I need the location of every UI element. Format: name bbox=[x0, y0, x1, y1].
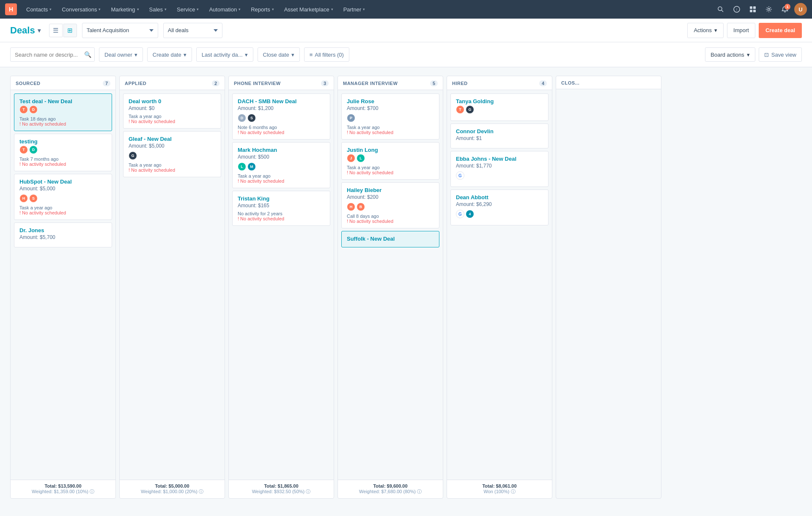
column-header: HIRED4 bbox=[447, 76, 552, 90]
warning-icon: ! bbox=[129, 119, 130, 124]
card-title[interactable]: HubSpot - New Deal bbox=[19, 178, 107, 185]
card-title[interactable]: Justin Long bbox=[347, 147, 434, 153]
column-weighted: Weighted: $1,359.00 (10%) ⓘ bbox=[16, 489, 110, 495]
card-title[interactable]: Tristan King bbox=[238, 195, 325, 202]
board-view-button[interactable]: ⊞ bbox=[63, 24, 77, 37]
deal-card[interactable]: Deal worth 0Amount: $0Task a year ago! N… bbox=[123, 93, 221, 129]
deal-card[interactable]: Tanya GoldingTG bbox=[450, 93, 549, 121]
chevron-down-icon: ▾ bbox=[165, 7, 167, 11]
svg-rect-7 bbox=[753, 10, 756, 12]
info-icon[interactable]: ⓘ bbox=[90, 489, 94, 494]
card-title[interactable]: Tanya Golding bbox=[456, 98, 543, 104]
notifications-button[interactable]: 1 bbox=[778, 3, 792, 16]
card-title[interactable]: Dean Abbott bbox=[456, 194, 543, 200]
list-view-button[interactable]: ☰ bbox=[49, 24, 63, 37]
nav-contacts[interactable]: Contacts ▾ bbox=[22, 5, 56, 14]
card-title[interactable]: Ebba Johns - New Deal bbox=[456, 156, 543, 162]
card-title[interactable]: Mark Hochman bbox=[238, 147, 325, 153]
last-activity-filter[interactable]: Last activity da... ▾ bbox=[196, 47, 253, 62]
card-title[interactable]: Hailey Bieber bbox=[347, 187, 434, 193]
column-title: SOURCED bbox=[16, 81, 41, 86]
deal-card[interactable]: Gleaf - New DealAmount: $5,000GTask a ye… bbox=[123, 131, 221, 177]
svg-point-8 bbox=[768, 8, 770, 11]
column-header: CLOS... bbox=[556, 76, 661, 89]
avatar: T bbox=[19, 145, 28, 154]
card-title[interactable]: Suffolk - New Deal bbox=[347, 236, 434, 242]
column-footer: Total: $13,590.00 Weighted: $1,359.00 (1… bbox=[11, 480, 115, 498]
card-title[interactable]: Dr. Jones bbox=[19, 227, 107, 233]
marketplace-button[interactable] bbox=[746, 3, 760, 16]
column-count: 7 bbox=[103, 80, 110, 86]
deal-card[interactable]: HubSpot - New DealAmount: $5,000HSTask a… bbox=[14, 174, 112, 220]
deal-card[interactable]: Dean AbbottAmount: $6,290G4 bbox=[450, 189, 549, 225]
nav-sales[interactable]: Sales ▾ bbox=[145, 5, 171, 14]
deal-card[interactable]: testingTDTask 7 months ago! No activity … bbox=[14, 134, 112, 171]
create-deal-button[interactable]: Create deal bbox=[759, 23, 802, 38]
deal-card[interactable]: Tristan KingAmount: $165No activity for … bbox=[232, 191, 330, 226]
search-icon: 🔍 bbox=[84, 51, 91, 58]
card-title[interactable]: Test deal - New Deal bbox=[19, 98, 107, 104]
info-icon[interactable]: ⓘ bbox=[199, 489, 203, 494]
card-title[interactable]: Deal worth 0 bbox=[129, 98, 216, 104]
nav-conversations[interactable]: Conversations ▾ bbox=[58, 5, 105, 14]
create-date-filter[interactable]: Create date ▾ bbox=[147, 47, 192, 62]
card-meta: Task 7 months ago bbox=[19, 156, 107, 162]
deal-card[interactable]: Justin LongJLTask a year ago! No activit… bbox=[341, 142, 439, 180]
upgrade-button[interactable]: ↑ bbox=[730, 3, 743, 16]
board-actions-button[interactable]: Board actions ▾ bbox=[705, 47, 755, 62]
filter-select[interactable]: All deals bbox=[163, 23, 222, 38]
avatar: D bbox=[238, 114, 246, 122]
chevron-down-icon: ▾ bbox=[137, 7, 139, 11]
card-title[interactable]: Julie Rose bbox=[347, 98, 434, 104]
warning-icon: ! bbox=[347, 219, 348, 224]
avatar: H bbox=[19, 194, 28, 203]
page-title[interactable]: Deals ▾ bbox=[10, 25, 41, 36]
save-view-button[interactable]: ⊡ Save view bbox=[759, 47, 802, 62]
nav-partner[interactable]: Partner ▾ bbox=[339, 5, 370, 14]
nav-reports[interactable]: Reports ▾ bbox=[247, 5, 278, 14]
avatar: T bbox=[19, 105, 28, 114]
deal-card[interactable]: Mark HochmanAmount: $500LMTask a year ag… bbox=[232, 142, 330, 188]
nav-service[interactable]: Service ▾ bbox=[173, 5, 203, 14]
search-input[interactable] bbox=[10, 47, 95, 62]
nav-marketing[interactable]: Marketing ▾ bbox=[107, 5, 143, 14]
chevron-down-icon: ▾ bbox=[747, 52, 750, 58]
card-title[interactable]: DACH - SMB New Deal bbox=[238, 98, 325, 104]
card-title[interactable]: Connor Devlin bbox=[456, 128, 543, 134]
import-button[interactable]: Import bbox=[727, 23, 755, 38]
deal-owner-filter[interactable]: Deal owner ▾ bbox=[99, 47, 143, 62]
deal-card[interactable]: Hailey BieberAmount: $200HBCall 8 days a… bbox=[341, 182, 439, 228]
all-filters-button[interactable]: ≡ All filters (0) bbox=[304, 47, 349, 62]
deal-card[interactable]: Suffolk - New Deal bbox=[341, 231, 439, 247]
settings-button[interactable] bbox=[762, 3, 776, 16]
card-amount: Amount: $5,000 bbox=[129, 143, 216, 149]
card-title[interactable]: testing bbox=[19, 138, 107, 145]
deal-card[interactable]: Test deal - New DealTDTask 18 days ago! … bbox=[14, 93, 112, 131]
nav-automation[interactable]: Automation ▾ bbox=[205, 5, 245, 14]
page-title-chevron: ▾ bbox=[38, 27, 41, 34]
close-date-filter[interactable]: Close date ▾ bbox=[258, 47, 300, 62]
hubspot-logo[interactable]: H bbox=[5, 3, 17, 15]
card-title[interactable]: Gleaf - New Deal bbox=[129, 136, 216, 142]
info-icon[interactable]: ⓘ bbox=[511, 489, 516, 494]
avatar: G bbox=[456, 171, 464, 180]
deal-card[interactable]: DACH - SMB New DealAmount: $1,200DSNote … bbox=[232, 93, 330, 140]
search-button[interactable] bbox=[714, 3, 727, 16]
card-warning: ! No activity scheduled bbox=[19, 162, 107, 167]
deal-card[interactable]: Dr. JonesAmount: $5,700 bbox=[14, 222, 112, 247]
deal-card[interactable]: Ebba Johns - New DealAmount: $1,770G bbox=[450, 151, 549, 187]
deal-card[interactable]: Julie RoseAmount: $700PTask a year ago! … bbox=[341, 93, 439, 140]
column-footer: Total: $9,600.00 Weighted: $7,680.00 (80… bbox=[338, 480, 443, 498]
card-avatars: TD bbox=[19, 105, 107, 114]
view-toggle: ☰ ⊞ bbox=[49, 24, 77, 37]
deal-card[interactable]: Connor DevlinAmount: $1 bbox=[450, 124, 549, 148]
user-avatar[interactable]: U bbox=[794, 3, 807, 16]
pipeline-select[interactable]: Talent Acquisition bbox=[82, 23, 158, 38]
info-icon[interactable]: ⓘ bbox=[417, 489, 422, 494]
nav-asset-marketplace[interactable]: Asset Marketplace ▾ bbox=[280, 5, 337, 14]
card-amount: Amount: $500 bbox=[238, 154, 325, 160]
info-icon[interactable]: ⓘ bbox=[306, 489, 310, 494]
avatar: M bbox=[247, 162, 256, 171]
actions-button[interactable]: Actions ▾ bbox=[687, 23, 724, 38]
card-warning: ! No activity scheduled bbox=[129, 119, 216, 124]
